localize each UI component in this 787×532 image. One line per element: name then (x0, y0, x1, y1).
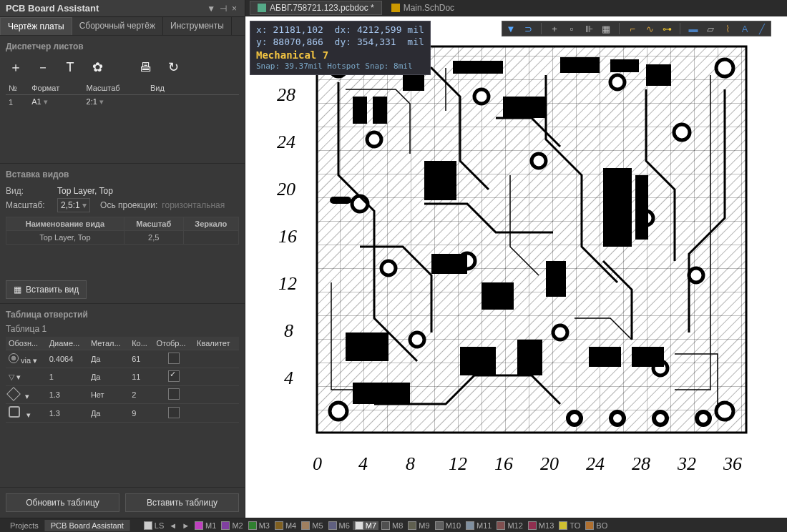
svg-text:12: 12 (449, 453, 467, 474)
layer-◄[interactable]: ◄ (167, 521, 179, 530)
svg-rect-57 (431, 254, 467, 274)
dropdown-icon[interactable]: ▼ (207, 4, 214, 14)
place-poly-icon[interactable]: ▱ (705, 23, 716, 34)
layer-M11[interactable]: M11 (464, 521, 494, 530)
show-checkbox[interactable] (168, 370, 180, 382)
format-dropdown[interactable]: A1 (31, 97, 48, 107)
hole-row[interactable]: ▾ 1.3 Да 9 (6, 404, 239, 423)
status-bar: Projects PCB Board Assistant LS◄►M1M2M3M… (0, 518, 787, 532)
bottom-tab-projects[interactable]: Projects (4, 520, 45, 531)
hole-row[interactable]: ▾ 1.3 Нет 2 (6, 386, 239, 404)
svg-text:24: 24 (586, 453, 605, 474)
svg-point-37 (674, 124, 690, 140)
bottom-tab-assistant[interactable]: PCB Board Assistant (45, 520, 130, 531)
layer-M6[interactable]: M6 (326, 521, 352, 530)
sheet-row[interactable]: 1 A1 2:1 (6, 95, 239, 109)
layer-M12[interactable]: M12 (494, 521, 524, 530)
sheet-toolbar: ＋ － T ✿ 🖶 ↻ (6, 56, 239, 82)
svg-point-43 (697, 412, 710, 425)
canvas-toolbar: ▼ ⊃ + ▫ ⊪ ▦ ⌐ ∿ ⊶ ▬ ▱ ⌇ A ╱ (502, 21, 771, 36)
col-format[interactable]: Формат (29, 82, 83, 95)
layer-M1[interactable]: M1 (192, 521, 218, 530)
close-icon[interactable]: × (232, 4, 239, 14)
tab-tools[interactable]: Инструменты (163, 17, 232, 35)
show-checkbox[interactable] (168, 407, 180, 418)
place-rect-icon[interactable]: ▬ (688, 23, 699, 34)
scale-select[interactable]: 2,5:1 (57, 198, 90, 212)
layer-M8[interactable]: M8 (379, 521, 405, 530)
svg-rect-54 (424, 161, 456, 200)
panel-tabs: Чертёж платы Сборочный чертёж Инструмент… (0, 17, 245, 35)
layer-M10[interactable]: M10 (433, 521, 463, 530)
trace-icon[interactable]: ⌇ (722, 23, 733, 34)
print-icon[interactable]: 🖶 (139, 60, 153, 75)
hole-row[interactable]: via ▾ 0.4064 Да 61 (6, 350, 239, 368)
crosshair-icon[interactable]: + (549, 23, 560, 34)
show-checkbox[interactable] (168, 353, 180, 364)
view-select[interactable]: Top Layer, Top (57, 186, 113, 196)
doc-tab-sch[interactable]: Main.SchDoc (383, 1, 462, 15)
axis-select[interactable]: горизонтальная (162, 200, 225, 210)
route-icon[interactable]: ⌐ (627, 23, 638, 34)
layer-M9[interactable]: M9 (406, 521, 431, 530)
coord-readout: x: 21181,102 dx: 4212,599 mil y: 88070,8… (250, 21, 431, 75)
layer-M7[interactable]: M7 (353, 521, 378, 530)
layer-LS[interactable]: LS (142, 521, 166, 530)
add-icon[interactable]: ＋ (9, 59, 23, 76)
grid-icon[interactable]: ▦ (600, 23, 612, 34)
hole-row[interactable]: ▽ ▾ 1 Да 11 (6, 368, 239, 386)
gear-icon[interactable]: ✿ (90, 59, 104, 75)
insert-view-button[interactable]: ▦ Вставить вид (6, 280, 87, 299)
key-icon[interactable]: ⊶ (661, 23, 673, 34)
layer-M13[interactable]: M13 (526, 521, 556, 530)
tab-drawing[interactable]: Чертёж платы (0, 17, 72, 35)
snap-icon[interactable]: ⊃ (522, 23, 534, 34)
layer-TO[interactable]: TO (557, 521, 582, 530)
col-view[interactable]: Вид (147, 82, 239, 95)
text-icon[interactable]: T (63, 60, 77, 75)
update-table-button[interactable]: Обновить таблицу (6, 493, 119, 512)
layer-M3[interactable]: M3 (246, 521, 272, 530)
doc-tab-pcb[interactable]: АБВГ.758721.123.pcbdoc * (250, 1, 382, 15)
text-place-icon[interactable]: A (739, 23, 751, 34)
panel-header[interactable]: PCB Board Assistant ▼ ⊣ × (0, 0, 245, 17)
svg-text:4: 4 (284, 368, 293, 388)
remove-icon[interactable]: － (36, 59, 50, 76)
view-row[interactable]: Top Layer, Top 2,5 (6, 231, 239, 245)
svg-point-34 (553, 325, 567, 340)
filter-icon[interactable]: ▼ (505, 23, 517, 34)
col-num[interactable]: № (6, 82, 29, 95)
holes-title: Таблица отверстий (6, 307, 239, 324)
holes-subtitle: Таблица 1 (6, 324, 239, 334)
svg-text:16: 16 (494, 453, 513, 474)
pcb-canvas[interactable]: x: 21181,102 dx: 4212,599 mil y: 88070,8… (245, 16, 787, 518)
align-icon[interactable]: ⊪ (583, 23, 595, 34)
diamond-icon (6, 387, 21, 401)
refresh-icon[interactable]: ↻ (166, 59, 180, 75)
svg-text:16: 16 (278, 226, 297, 247)
svg-text:4: 4 (358, 453, 368, 474)
tab-assembly[interactable]: Сборочный чертёж (72, 17, 163, 35)
scale-dropdown[interactable]: 2:1 (87, 97, 104, 107)
svg-text:28: 28 (277, 84, 295, 105)
layer-BO[interactable]: BO (583, 521, 610, 530)
svg-text:8: 8 (284, 320, 293, 341)
pin-icon[interactable]: ⊣ (220, 4, 227, 14)
layer-M2[interactable]: M2 (219, 521, 245, 530)
rect-select-icon[interactable]: ▫ (566, 23, 577, 34)
via-icon (9, 353, 19, 363)
layer-M4[interactable]: M4 (273, 521, 298, 530)
triangle-icon: ▽ (9, 373, 14, 381)
svg-point-24 (716, 59, 733, 77)
svg-point-33 (532, 154, 546, 168)
svg-rect-52 (373, 97, 387, 124)
via-icon[interactable]: ∿ (644, 23, 655, 34)
svg-rect-46 (403, 75, 424, 91)
insert-table-button[interactable]: Вставить таблицу (125, 493, 239, 512)
layer-M5[interactable]: M5 (299, 521, 325, 530)
document-tabs: АБВГ.758721.123.pcbdoc * Main.SchDoc (245, 0, 787, 16)
line-icon[interactable]: ╱ (756, 23, 768, 34)
col-scale[interactable]: Масштаб (84, 82, 147, 95)
layer-►[interactable]: ► (180, 521, 192, 530)
show-checkbox[interactable] (168, 388, 180, 400)
